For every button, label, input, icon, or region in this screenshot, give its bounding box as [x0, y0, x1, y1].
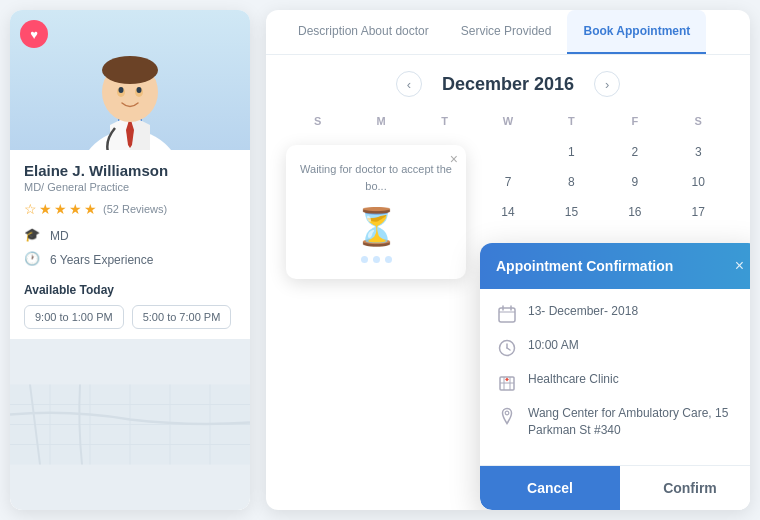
modal-address-row: Wang Center for Ambulatory Care, 15 Park…: [496, 405, 744, 439]
modal-header: Appointment Confirmation ×: [480, 243, 750, 289]
time-icon-svg: [498, 339, 516, 357]
day-label-t1: T: [413, 111, 476, 131]
doctor-svg: [50, 20, 210, 150]
day-label-m: M: [349, 111, 412, 131]
time-slots: 9:00 to 1:00 PM 5:00 to 7:00 PM: [24, 305, 236, 329]
star-3: ★: [54, 201, 67, 217]
calendar-cell[interactable]: 9: [603, 169, 666, 195]
tabs-bar: Description About doctor Service Provide…: [266, 10, 750, 55]
prev-month-button[interactable]: ‹: [396, 71, 422, 97]
modal-clinic-row: Healthcare Clinic: [496, 371, 744, 393]
star-2: ★: [39, 201, 52, 217]
degree-row: 🎓 MD: [24, 227, 236, 245]
svg-point-10: [137, 87, 142, 93]
waiting-text: Waiting for doctor to accept the bo...: [300, 161, 452, 194]
day-label-s2: S: [667, 111, 730, 131]
doctor-info: Elaine J. Williamson MD/ General Practic…: [10, 150, 250, 283]
map-svg: [10, 339, 250, 510]
calendar-cell[interactable]: 8: [540, 169, 603, 195]
time-icon: [496, 337, 518, 359]
clinic-icon-svg: [498, 373, 516, 391]
dot-3: [385, 256, 392, 263]
confirm-modal: Appointment Confirmation ×: [480, 243, 750, 510]
map-area: [10, 339, 250, 510]
tab-service[interactable]: Service Provided: [445, 10, 568, 54]
day-label-w: W: [476, 111, 539, 131]
calendar-days-header: S M T W T F S: [286, 111, 730, 131]
calendar-cell[interactable]: 3: [667, 139, 730, 165]
svg-rect-21: [499, 308, 515, 322]
day-label-s1: S: [286, 111, 349, 131]
calendar-cell[interactable]: 15: [540, 199, 603, 227]
calendar-cell[interactable]: 17: [667, 199, 730, 227]
calendar-cell[interactable]: 14: [476, 199, 539, 227]
modal-address-text: Wang Center for Ambulatory Care, 15 Park…: [528, 405, 744, 439]
location-icon: [496, 405, 518, 427]
doctor-card: ♥ Elaine J. Williamson MD/ General Pract…: [10, 10, 250, 510]
next-month-button[interactable]: ›: [594, 71, 620, 97]
tab-book[interactable]: Book Appointment: [567, 10, 706, 54]
time-slot-evening[interactable]: 5:00 to 7:00 PM: [132, 305, 232, 329]
time-slot-morning[interactable]: 9:00 to 1:00 PM: [24, 305, 124, 329]
dot-1: [361, 256, 368, 263]
modal-body: 13- December- 2018 10:00 AM: [480, 289, 750, 465]
calendar-cell[interactable]: 10: [667, 169, 730, 195]
calendar-icon: [496, 303, 518, 325]
hourglass-icon: ⏳: [300, 206, 452, 248]
stars-row: ☆ ★ ★ ★ ★ (52 Reviews): [24, 201, 236, 217]
clock-icon: 🕐: [24, 251, 42, 269]
calendar-cell[interactable]: 2: [603, 139, 666, 165]
main-container: ♥ Elaine J. Williamson MD/ General Pract…: [10, 10, 750, 510]
location-icon-svg: [498, 407, 516, 425]
svg-point-9: [119, 87, 124, 93]
day-label-t2: T: [540, 111, 603, 131]
loading-dots: [300, 256, 452, 263]
degree-text: MD: [50, 229, 69, 243]
available-section: Available Today 9:00 to 1:00 PM 5:00 to …: [10, 283, 250, 339]
svg-point-34: [505, 412, 509, 416]
waiting-close-button[interactable]: ×: [450, 151, 458, 167]
cancel-button[interactable]: Cancel: [480, 466, 620, 510]
modal-date-row: 13- December- 2018: [496, 303, 744, 325]
calendar-header: ‹ December 2016 ›: [286, 71, 730, 97]
calendar-cell: [476, 139, 539, 165]
modal-close-button[interactable]: ×: [735, 257, 744, 275]
experience-row: 🕐 6 Years Experience: [24, 251, 236, 269]
degree-icon: 🎓: [24, 227, 42, 245]
confirm-button[interactable]: Confirm: [620, 466, 750, 510]
tab-description[interactable]: Description About doctor: [282, 10, 445, 54]
calendar-month: December 2016: [442, 74, 574, 95]
clinic-icon: [496, 371, 518, 393]
doctor-photo: ♥: [10, 10, 250, 150]
modal-time-row: 10:00 AM: [496, 337, 744, 359]
star-4: ★: [69, 201, 82, 217]
experience-text: 6 Years Experience: [50, 253, 153, 267]
waiting-popup: × Waiting for doctor to accept the bo...…: [286, 145, 466, 279]
modal-time-text: 10:00 AM: [528, 337, 579, 354]
dot-2: [373, 256, 380, 263]
modal-date-text: 13- December- 2018: [528, 303, 638, 320]
doctor-specialty: MD/ General Practice: [24, 181, 236, 193]
heart-badge[interactable]: ♥: [20, 20, 48, 48]
star-5: ★: [84, 201, 97, 217]
modal-title: Appointment Confirmation: [496, 258, 673, 274]
reviews-count: (52 Reviews): [103, 203, 167, 215]
day-label-f: F: [603, 111, 666, 131]
svg-point-6: [102, 56, 158, 84]
available-label: Available Today: [24, 283, 236, 297]
calendar-cell[interactable]: 7: [476, 169, 539, 195]
right-card: Description About doctor Service Provide…: [266, 10, 750, 510]
calendar-cell[interactable]: 16: [603, 199, 666, 227]
doctor-name: Elaine J. Williamson: [24, 162, 236, 179]
modal-footer: Cancel Confirm: [480, 465, 750, 510]
calendar-icon-svg: [498, 305, 516, 323]
calendar-cell[interactable]: 1: [540, 139, 603, 165]
modal-clinic-text: Healthcare Clinic: [528, 371, 619, 388]
star-1: ☆: [24, 201, 37, 217]
